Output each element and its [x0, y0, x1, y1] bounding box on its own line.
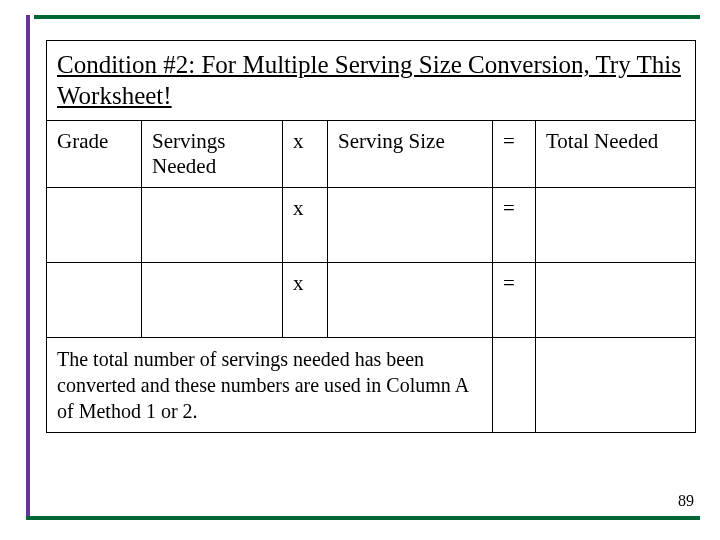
col-servings-needed: Servings Needed	[142, 120, 283, 187]
worksheet-table: Condition #2: For Multiple Serving Size …	[46, 40, 696, 433]
empty-cell	[493, 337, 536, 432]
cell-total-needed	[536, 262, 696, 337]
cell-serving-size	[328, 262, 493, 337]
empty-cell	[536, 337, 696, 432]
slide-content: Condition #2: For Multiple Serving Size …	[46, 40, 696, 500]
col-total-needed: Total Needed	[536, 120, 696, 187]
cell-servings-needed	[142, 262, 283, 337]
table-title-cell: Condition #2: For Multiple Serving Size …	[47, 41, 696, 121]
table-row: x =	[47, 262, 696, 337]
cell-equals: =	[493, 187, 536, 262]
cell-grade	[47, 187, 142, 262]
table-title: Condition #2: For Multiple Serving Size …	[57, 49, 685, 112]
cell-grade	[47, 262, 142, 337]
table-footnote-row: The total number of servings needed has …	[47, 337, 696, 432]
cell-servings-needed	[142, 187, 283, 262]
footnote: The total number of servings needed has …	[47, 337, 493, 432]
cell-total-needed	[536, 187, 696, 262]
table-row: x =	[47, 187, 696, 262]
col-grade: Grade	[47, 120, 142, 187]
cell-serving-size	[328, 187, 493, 262]
col-x: x	[283, 120, 328, 187]
col-serving-size: Serving Size	[328, 120, 493, 187]
bottom-rule	[26, 516, 700, 520]
left-rule	[26, 15, 30, 520]
col-equals: =	[493, 120, 536, 187]
cell-x: x	[283, 187, 328, 262]
table-header-row: Grade Servings Needed x Serving Size = T…	[47, 120, 696, 187]
cell-x: x	[283, 262, 328, 337]
cell-equals: =	[493, 262, 536, 337]
page-number: 89	[678, 492, 694, 510]
top-rule	[34, 15, 700, 19]
